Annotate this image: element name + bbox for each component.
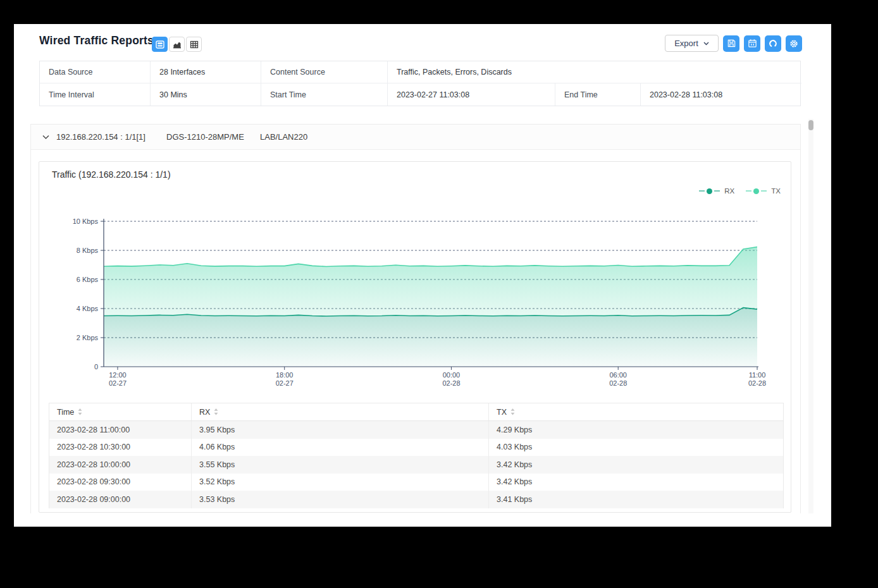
svg-text:2 Kbps: 2 Kbps [77, 334, 99, 341]
table-body: 2023-02-28 11:00:003.95 Kbps4.29 Kbps202… [49, 421, 783, 508]
report-window: Wired Traffic Reports [14, 24, 831, 527]
traffic-card: Traffic (192.168.220.154 : 1/1) RX TX 02… [39, 161, 791, 513]
table-row: 2023-02-28 11:00:003.95 Kbps4.29 Kbps [49, 421, 783, 439]
column-header-tx[interactable]: TX [489, 403, 783, 420]
sort-icon[interactable] [510, 408, 515, 415]
table-cell: 4.03 Kbps [489, 439, 783, 456]
column-label: Time [57, 408, 74, 417]
table-header-row: Time RX TX [49, 403, 783, 421]
legend-label: RX [724, 187, 734, 195]
vertical-scrollbar[interactable] [808, 119, 813, 513]
save-icon [727, 39, 736, 48]
column-header-rx[interactable]: RX [192, 403, 489, 420]
summary-label: End Time [555, 83, 641, 106]
legend-line [746, 190, 751, 192]
svg-text:10 Kbps: 10 Kbps [73, 217, 99, 225]
svg-text:0: 0 [94, 363, 98, 371]
svg-text:06:00: 06:00 [609, 371, 627, 379]
table-cell: 3.41 Kbps [489, 491, 783, 508]
column-label: TX [497, 408, 507, 417]
svg-text:11:00: 11:00 [749, 371, 766, 379]
sort-icon[interactable] [78, 408, 82, 415]
summary-label: Time Interval [40, 83, 151, 106]
site-label: LAB/LAN220 [260, 132, 307, 142]
table-cell: 3.52 Kbps [192, 474, 489, 491]
legend-item-tx[interactable]: TX [746, 187, 781, 195]
report-scroll-container: 192.168.220.154 : 1/1[1] DGS-1210-28MP/M… [30, 124, 801, 513]
table-cell: 3.42 Kbps [489, 456, 783, 474]
tx-area [104, 247, 757, 317]
summary-value: 30 Mins [151, 83, 261, 106]
schedule-button[interactable] [744, 35, 760, 52]
summary-value: Traffic, Packets, Errors, Discards [388, 61, 801, 83]
legend-label: TX [771, 187, 781, 195]
table-cell: 2023-02-28 10:00:00 [49, 456, 192, 474]
export-label: Export [674, 39, 698, 48]
headset-icon [768, 39, 778, 49]
interface-section-header[interactable]: 192.168.220.154 : 1/1[1] DGS-1210-28MP/M… [31, 125, 800, 150]
column-label: RX [199, 408, 210, 417]
column-header-time[interactable]: Time [49, 403, 192, 420]
svg-text:00:00: 00:00 [443, 371, 461, 379]
table-cell: 2023-02-28 11:00:00 [49, 421, 192, 439]
summary-value: 2023-02-28 11:03:08 [641, 83, 801, 106]
view-toggle-group [152, 37, 202, 52]
legend-dot-rx [707, 188, 712, 194]
legend-line [761, 190, 767, 192]
chart-legend: RX TX [699, 187, 781, 195]
gear-icon [789, 39, 799, 49]
table-view-icon [190, 40, 199, 49]
chart-view-button[interactable] [169, 37, 185, 52]
summary-value: 28 Interfaces [151, 61, 261, 83]
svg-text:6 Kbps: 6 Kbps [77, 276, 99, 283]
chevron-down-icon [42, 135, 49, 140]
legend-line [714, 190, 720, 192]
combined-view-icon [156, 40, 164, 49]
tx-line [104, 247, 757, 267]
table-cell: 3.55 Kbps [192, 456, 489, 474]
svg-text:02-28: 02-28 [609, 379, 627, 387]
vertical-scrollbar-thumb[interactable] [808, 120, 813, 130]
svg-text:4 Kbps: 4 Kbps [77, 305, 99, 312]
svg-text:02-28: 02-28 [748, 379, 766, 387]
table-view-button[interactable] [186, 37, 202, 52]
summary-label: Data Source [40, 61, 151, 83]
table-cell: 3.42 Kbps [489, 474, 783, 491]
traffic-data-table: Time RX TX [49, 403, 784, 508]
traffic-chart: 02 Kbps4 Kbps6 Kbps8 Kbps10 Kbps12:0002-… [46, 196, 786, 389]
svg-text:02-28: 02-28 [442, 379, 460, 387]
svg-text:18:00: 18:00 [276, 371, 294, 379]
table-cell: 2023-02-28 09:00:00 [49, 491, 192, 508]
table-cell: 4.06 Kbps [192, 439, 489, 456]
export-button[interactable]: Export [665, 35, 719, 52]
table-cell: 2023-02-28 09:30:00 [49, 474, 192, 491]
legend-item-rx[interactable]: RX [699, 187, 734, 195]
toolbar-actions: Export [665, 35, 802, 52]
svg-text:02-27: 02-27 [109, 379, 127, 387]
calendar-icon [748, 39, 757, 48]
legend-dot-tx [753, 188, 759, 194]
settings-button[interactable] [786, 35, 802, 52]
support-button[interactable] [765, 35, 781, 52]
combined-view-button[interactable] [152, 37, 168, 52]
chart-title: Traffic (192.168.220.154 : 1/1) [52, 169, 171, 180]
rx-area [104, 308, 757, 367]
interface-label: 192.168.220.154 : 1/1[1] [56, 132, 145, 142]
svg-text:12:00: 12:00 [109, 371, 127, 379]
table-row: 2023-02-28 10:30:004.06 Kbps4.03 Kbps [49, 439, 783, 456]
page-title: Wired Traffic Reports [39, 34, 154, 47]
table-cell: 3.53 Kbps [192, 491, 489, 508]
svg-text:02-27: 02-27 [276, 379, 294, 387]
y-axis-labels: 02 Kbps4 Kbps6 Kbps8 Kbps10 Kbps [73, 217, 104, 371]
chevron-down-icon [703, 42, 709, 46]
legend-line [699, 190, 705, 192]
table-cell: 3.95 Kbps [192, 421, 489, 439]
table-row: 2023-02-28 10:00:003.55 Kbps3.42 Kbps [49, 456, 783, 474]
save-button[interactable] [723, 35, 739, 52]
chart-view-icon [173, 40, 182, 49]
summary-value: 2023-02-27 11:03:08 [388, 83, 555, 106]
report-summary-table: Data Source 28 Interfaces Content Source… [39, 61, 801, 106]
table-row: 2023-02-28 09:30:003.52 Kbps3.42 Kbps [49, 474, 783, 491]
sort-icon[interactable] [214, 408, 218, 415]
x-axis-labels: 12:0002-2718:0002-2700:0002-2806:0002-28… [109, 367, 766, 387]
